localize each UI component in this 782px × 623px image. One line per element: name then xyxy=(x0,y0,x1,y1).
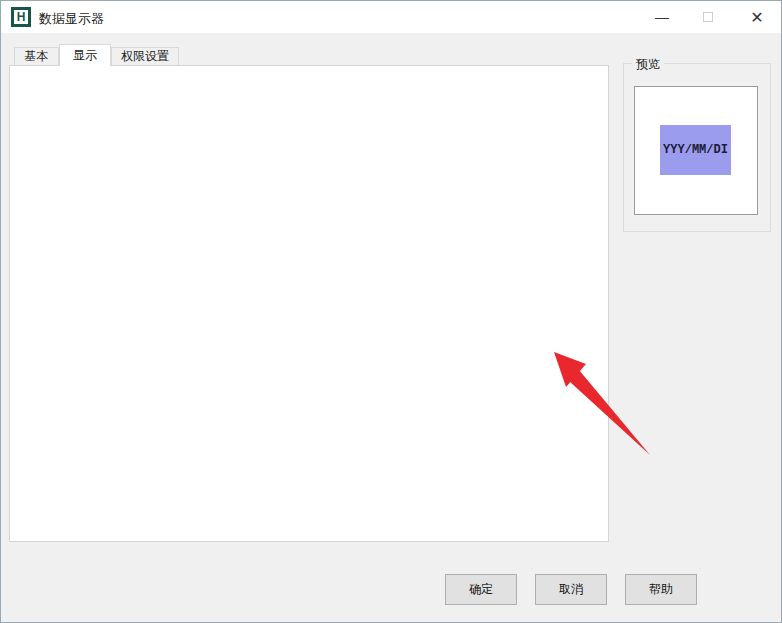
dialog-window: { "window": { "title": "数据显示器", "icon_le… xyxy=(0,0,782,623)
app-icon: H xyxy=(11,7,31,27)
preview-group: 预览 YYY/MM/DI xyxy=(623,63,771,232)
minimize-button[interactable]: — xyxy=(639,1,685,33)
maximize-icon xyxy=(703,12,713,22)
preview-group-legend: 预览 xyxy=(632,56,664,73)
preview-canvas: YYY/MM/DI xyxy=(634,86,758,215)
ok-button[interactable]: 确定 xyxy=(445,574,517,605)
close-button[interactable]: ✕ xyxy=(731,1,782,33)
tab-display[interactable]: 显示 xyxy=(59,44,111,66)
maximize-button xyxy=(685,1,731,33)
tab-basic[interactable]: 基本 xyxy=(14,47,59,65)
cancel-button[interactable]: 取消 xyxy=(535,574,607,605)
help-button[interactable]: 帮助 xyxy=(625,574,697,605)
tab-permissions[interactable]: 权限设置 xyxy=(111,47,179,65)
preview-value-box: YYY/MM/DI xyxy=(660,125,731,175)
preview-text: YYY/MM/DI xyxy=(663,143,728,157)
tab-page xyxy=(9,65,609,542)
window-title: 数据显示器 xyxy=(39,10,104,28)
title-bar: H 数据显示器 — ✕ xyxy=(1,1,782,33)
